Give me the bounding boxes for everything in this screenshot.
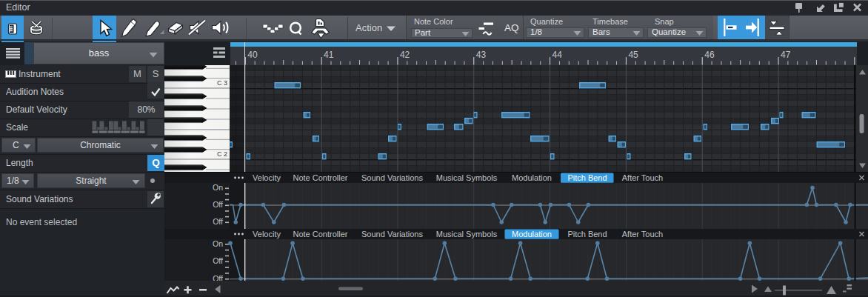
svg-text:42: 42 <box>400 50 410 60</box>
svg-text:45: 45 <box>628 50 638 60</box>
svg-text:Velocity: Velocity <box>253 173 281 182</box>
svg-text:After Touch: After Touch <box>622 230 663 238</box>
svg-text:After Touch: After Touch <box>622 173 663 182</box>
svg-text:Off: Off <box>213 256 223 265</box>
svg-text:Sound Variations: Sound Variations <box>361 173 423 182</box>
svg-text:C 3: C 3 <box>217 79 227 87</box>
svg-text:40: 40 <box>247 50 258 60</box>
svg-text:C 2: C 2 <box>217 150 227 158</box>
svg-text:Musical Symbols: Musical Symbols <box>436 173 498 182</box>
svg-text:47: 47 <box>781 50 791 60</box>
svg-text:Off: Off <box>213 274 223 281</box>
svg-text:Note Controller: Note Controller <box>293 173 348 182</box>
svg-text:Pitch Bend: Pitch Bend <box>567 173 607 182</box>
svg-text:46: 46 <box>704 50 715 60</box>
svg-text:Musical Symbols: Musical Symbols <box>436 230 498 238</box>
svg-text:Modulation: Modulation <box>512 173 552 182</box>
svg-text:Sound Variations: Sound Variations <box>361 230 423 238</box>
svg-text:Off: Off <box>213 217 223 226</box>
svg-text:Modulation: Modulation <box>512 230 552 238</box>
svg-text:Pitch Bend: Pitch Bend <box>567 230 607 238</box>
svg-text:Note Controller: Note Controller <box>293 230 348 238</box>
svg-text:On: On <box>213 239 223 248</box>
svg-text:Off: Off <box>213 200 223 209</box>
svg-text:43: 43 <box>476 50 487 60</box>
svg-text:44: 44 <box>552 50 563 60</box>
svg-text:On: On <box>213 183 223 192</box>
svg-text:41: 41 <box>324 50 334 60</box>
svg-text:Velocity: Velocity <box>253 230 281 238</box>
